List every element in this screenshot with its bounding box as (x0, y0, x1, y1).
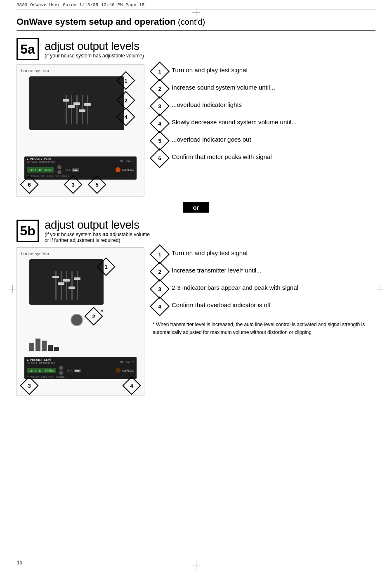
page-header: 3839 OnWave User Guide 1/18/05 12:48 PM … (17, 2, 375, 9)
tx-box-5a: ▲ Phoenix Ear® PE 5401 TRANSMITTER RF FA… (24, 156, 137, 180)
step-5b-1: 1 Turn on and play test signal (153, 247, 375, 261)
diagram-marker-4: 4 (119, 110, 132, 123)
tx-controls-5a: Line-in 1082 CH A ■■■ OVERLOAD (27, 165, 134, 174)
tx-btn-1 (57, 165, 61, 169)
fader-cap-5b-2 (58, 282, 64, 285)
step-5a-1-text: Turn on and play test signal (172, 64, 248, 74)
fader-rail-5b-2 (61, 271, 62, 300)
fader-cap-4 (79, 109, 85, 112)
step-5b-3-diamond: 3 (153, 282, 167, 296)
page-number: 11 (17, 559, 22, 566)
section-5a-header: 5a adjust output levels (if your house s… (17, 38, 375, 60)
fader-rail-4 (82, 95, 83, 124)
steps-panel-5b: 1 Turn on and play test signal 2 Increas… (153, 247, 375, 396)
fader-col-4 (82, 85, 83, 124)
fader-5b-5 (77, 261, 78, 300)
or-divider: or (17, 202, 375, 213)
fader-cap-5b-3 (63, 279, 70, 282)
step-5a-2: 2 Increase sound system volume until... (153, 82, 375, 96)
fader-rail-5 (87, 95, 88, 124)
overload-light-5b (116, 368, 120, 373)
step-5b-2: 2 Increase transmitter level* until... (153, 265, 375, 279)
fader-col-1 (66, 85, 67, 124)
tx-brand-sub-5b: PE 5401 TRANSMITTER (27, 362, 55, 365)
fader-rail-5b-5 (77, 271, 78, 300)
fader-5b-2 (61, 261, 62, 300)
device-diagram-5a: house system (17, 64, 144, 197)
tx-brand-5a: ▲ Phoenix Ear® (27, 158, 55, 161)
diagram-marker-6: 6 (23, 178, 36, 191)
tx-brand-5b: ▲ Phoenix Ear® (27, 358, 55, 362)
step-5a-1: 1 Turn on and play test signal (153, 64, 375, 78)
tx-brand-sub-5a: PE 5401 TRANSMITTER (27, 161, 55, 164)
fader-5b-1 (55, 261, 57, 300)
step-5a-6: 6 Confirm that meter peaks with signal (153, 151, 375, 165)
fader-rail-5b-4 (71, 271, 73, 300)
fader-cap-5b-5 (74, 277, 80, 280)
step-5a-2-diamond: 2 (153, 82, 167, 96)
tx-btn-5b-2 (59, 371, 63, 375)
fader-col-3 (76, 85, 78, 124)
page-title: OnWave system setup and operation (cont'… (17, 17, 375, 31)
step-5a-3: 3 ...overload indicator lights (153, 99, 375, 113)
fader-5b-4 (71, 261, 73, 300)
mixer-area-5b (29, 259, 104, 305)
fader-cap-3 (73, 102, 80, 105)
tx-labels-5b: FUNCTION LINE/MIC CHANNEL (27, 376, 134, 379)
tx-display-5a: Line-in 1082 (27, 167, 54, 173)
section-5a-badge: 5a (17, 38, 39, 60)
fader-rail-3 (76, 95, 78, 124)
section-5b-body: house system (17, 247, 375, 396)
bar-4 (48, 345, 53, 351)
step-5a-2-text: Increase sound system volume until... (172, 82, 275, 92)
section-5a-body: house system (17, 64, 375, 197)
step-5a-5: 5 ...overload indicator goes out (153, 134, 375, 148)
section-5b-subtitle: (if your house system has no adjustable … (45, 232, 150, 243)
fader-cap-5 (84, 103, 91, 106)
step-5a-3-diamond: 3 (153, 99, 167, 113)
step-5a-5-text: ...overload indicator goes out (172, 134, 251, 144)
section-5b-badge: 5b (17, 220, 39, 242)
step-5b-4-diamond: 4 (153, 299, 167, 313)
bar-3 (42, 341, 47, 351)
diagram-5b-marker-1: 1 (99, 260, 113, 273)
step-5a-4-diamond: 4 (153, 116, 167, 130)
fader-rail-5b-1 (55, 271, 57, 300)
diagram-5b-marker-2: 2 (87, 310, 100, 323)
diagram-5b-marker-4: 4 (125, 379, 138, 392)
step-5b-4-text: Confirm that overload indicator is off (172, 299, 271, 309)
step-5a-6-text: Confirm that meter peaks with signal (172, 151, 272, 161)
fader-rail-1 (66, 95, 67, 124)
asterisk-marker: * (101, 309, 103, 315)
bar-5 (54, 347, 59, 351)
tx-box-5b: ▲ Phoenix Ear® PE 5401 TRANSMITTER RF FA… (24, 357, 137, 379)
section-5b-title: adjust output levels (45, 218, 150, 232)
tx-controls-5b: Line-in 499Hz CH A ■■■ OVERLOAD (27, 366, 134, 375)
reg-mark-right (375, 285, 384, 293)
step-5b-1-diamond: 1 (153, 247, 167, 261)
fader-cap-2 (68, 105, 75, 108)
reg-mark-left (8, 285, 17, 293)
fader-cap-5b-4 (68, 287, 75, 289)
tx-btn-2 (57, 170, 61, 174)
mixer-area-5a (29, 76, 124, 130)
tx-display-5b: Line-in 499Hz (27, 368, 56, 373)
level-bars-5b (29, 339, 59, 351)
fader-rail-5b-3 (66, 271, 67, 300)
step-5a-5-diamond: 5 (153, 134, 167, 148)
step-5b-2-diamond: 2 (153, 265, 167, 279)
section-5b-header: 5b adjust output levels (if your house s… (17, 218, 375, 243)
diagram-5a-label: house system (21, 68, 49, 73)
tx-labels-5a: SPEECH/MUSIC BASS CUT POWER (27, 175, 134, 178)
step-5b-4: 4 Confirm that overload indicator is off (153, 299, 375, 313)
steps-panel-5a: 1 Turn on and play test signal 2 Increas… (153, 64, 375, 197)
fader-col-2 (71, 85, 72, 124)
bar-1 (29, 343, 34, 351)
knob-5b (71, 314, 83, 326)
diagram-marker-1: 1 (119, 74, 132, 87)
diagram-marker-5: 5 (90, 178, 104, 191)
reg-mark-bottom (192, 561, 200, 570)
diagram-marker-2: 2 (119, 94, 132, 107)
fader-5b-3 (66, 261, 67, 300)
step-5a-4: 4 Slowly decrease sound system volume un… (153, 116, 375, 130)
